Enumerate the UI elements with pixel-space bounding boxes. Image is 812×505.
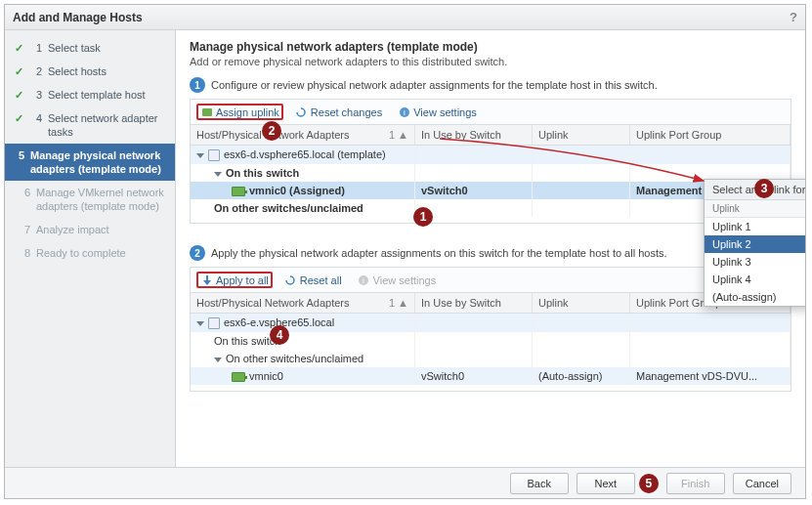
dialog-window: Add and Manage Hosts ? ✓ 1 Select task ✓… <box>4 4 806 499</box>
step-label: Manage physical network adapters (templa… <box>30 148 167 176</box>
step-label: Select task <box>48 41 101 55</box>
apply-to-all-button[interactable]: Apply to all <box>196 272 273 288</box>
uplink-cell: (Auto-assign) <box>533 367 630 385</box>
apply-to-all-label: Apply to all <box>216 274 269 286</box>
view-settings-label: View settings <box>373 274 437 286</box>
info-icon: i <box>358 274 370 286</box>
dialog-footer: Back Next 5 Finish Cancel <box>5 467 805 498</box>
step-num: 2 <box>30 64 42 78</box>
reset-changes-label: Reset changes <box>311 106 382 118</box>
step-num: 6 <box>19 186 30 199</box>
view-settings-button[interactable]: i View settings <box>394 104 481 120</box>
finish-button: Finish <box>666 473 725 494</box>
view-settings-button-2: i View settings <box>354 272 441 288</box>
vmnic-label: vmnic0 <box>249 370 283 382</box>
section-number-icon: 1 <box>190 77 205 93</box>
step-label: Select template host <box>48 88 146 102</box>
reset-changes-button[interactable]: Reset changes <box>291 104 386 120</box>
popup-col-uplink: Uplink <box>705 200 805 217</box>
annotation-4: 4 <box>270 325 289 345</box>
vmnic-row[interactable]: vmnic0 vSwitch0 (Auto-assign) Management… <box>191 367 791 385</box>
col-adapters[interactable]: Host/Physical Network Adapters 1 ▲ <box>191 125 415 145</box>
col-inuse[interactable]: In Use by Switch <box>415 125 533 145</box>
wizard-step-5[interactable]: 5 Manage physical network adapters (temp… <box>5 144 175 181</box>
reset-icon <box>284 274 297 286</box>
vmnic-label: vmnic0 (Assigned) <box>249 185 345 196</box>
cancel-button[interactable]: Cancel <box>733 473 791 494</box>
group-label: On other switches/unclaimed <box>214 202 363 214</box>
col-uplink[interactable]: Uplink <box>533 125 630 145</box>
svg-rect-0 <box>202 108 212 116</box>
host-label: esx6-d.vsphere65.local (template) <box>224 148 386 160</box>
col-inuse[interactable]: In Use by Switch <box>415 293 533 313</box>
step-label: Analyze impact <box>36 223 109 236</box>
vmnic-row[interactable]: vmnic0 (Assigned) vSwitch0 Management vD… <box>191 182 791 199</box>
assign-uplink-button[interactable]: Assign uplink <box>196 104 283 120</box>
step-label: Manage VMkernel network adapters (templa… <box>36 186 167 213</box>
section-1-line: 1 Configure or review physical network a… <box>190 77 791 93</box>
toolbar-1: Assign uplink Reset changes i View setti… <box>190 99 791 124</box>
reset-all-button[interactable]: Reset all <box>280 272 346 288</box>
section-2-line: 2 Apply the physical network adapter ass… <box>190 245 791 261</box>
nic-icon <box>232 372 245 382</box>
other-switches-row[interactable]: On other switches/unclaimed <box>191 199 791 217</box>
wizard-step-6[interactable]: 6 Manage VMkernel network adapters (temp… <box>5 181 175 218</box>
check-icon: ✓ <box>13 111 24 125</box>
apply-icon <box>200 274 213 286</box>
popup-row-uplink3[interactable]: Uplink 3-- <box>705 253 805 271</box>
back-button[interactable]: Back <box>510 473 569 494</box>
host-icon <box>208 317 220 329</box>
wizard-step-2[interactable]: ✓ 2 Select hosts <box>5 60 175 83</box>
svg-text:i: i <box>363 276 364 285</box>
next-button[interactable]: Next <box>577 473 635 494</box>
annotation-3: 3 <box>754 179 774 198</box>
assign-uplink-label: Assign uplink <box>216 106 279 118</box>
reset-icon <box>295 105 308 118</box>
wizard-step-7[interactable]: 7 Analyze impact <box>5 218 175 241</box>
col-uplink[interactable]: Uplink <box>533 293 630 313</box>
page-heading: Manage physical network adapters (templa… <box>190 40 791 54</box>
host-icon <box>208 149 220 161</box>
wizard-step-1[interactable]: ✓ 1 Select task <box>5 36 175 60</box>
info-icon: i <box>398 105 410 118</box>
step-num: 1 <box>30 41 42 55</box>
step-num: 4 <box>30 111 42 125</box>
expand-icon[interactable] <box>214 358 222 362</box>
dialog-title: Add and Manage Hosts <box>13 11 143 24</box>
grid-1-body: esx6-d.vsphere65.local (template) On thi… <box>190 146 791 224</box>
step-label: Select hosts <box>48 64 107 78</box>
popup-row-uplink2[interactable]: Uplink 2-- <box>705 235 805 253</box>
nic-icon <box>232 187 245 196</box>
popup-row-uplink1[interactable]: Uplink 1vmnic0 <box>705 218 805 235</box>
other-switches-row[interactable]: On other switches/unclaimed <box>191 350 791 367</box>
popup-row-autoassign[interactable]: (Auto-assign) <box>705 288 805 306</box>
on-this-switch-row[interactable]: On this switch <box>191 164 791 182</box>
expand-icon[interactable] <box>214 172 222 177</box>
step-num: 8 <box>19 246 30 260</box>
col-portgroup[interactable]: Uplink Port Group <box>630 125 791 145</box>
expand-icon[interactable] <box>196 321 204 326</box>
toolbar-2: Apply to all Reset all i View settings <box>190 267 791 292</box>
wizard-sidebar: ✓ 1 Select task ✓ 2 Select hosts ✓ 3 Sel… <box>5 30 176 467</box>
view-settings-label: View settings <box>413 106 477 118</box>
step-label: Ready to complete <box>36 246 126 260</box>
page-subtitle: Add or remove physical network adapters … <box>190 56 791 67</box>
wizard-step-3[interactable]: ✓ 3 Select template host <box>5 83 175 106</box>
titlebar: Add and Manage Hosts ? <box>5 5 805 30</box>
section-2-text: Apply the physical network adapter assig… <box>211 247 667 259</box>
check-icon: ✓ <box>13 88 24 102</box>
wizard-step-8[interactable]: 8 Ready to complete <box>5 241 175 265</box>
section-number-icon: 2 <box>190 245 205 261</box>
help-icon[interactable]: ? <box>790 10 797 24</box>
popup-row-uplink4[interactable]: Uplink 4-- <box>705 271 805 288</box>
vswitch-cell: vSwitch0 <box>415 182 533 199</box>
group-label: On this switch <box>226 167 299 179</box>
col-adapters[interactable]: Host/Physical Network Adapters 1 ▲ <box>191 293 415 313</box>
expand-icon[interactable] <box>196 153 204 158</box>
uplink-cell <box>533 182 630 199</box>
annotation-2: 2 <box>262 121 281 141</box>
annotation-5: 5 <box>639 474 659 493</box>
wizard-step-4[interactable]: ✓ 4 Select network adapter tasks <box>5 106 175 144</box>
host-row[interactable]: esx6-d.vsphere65.local (template) <box>191 146 791 164</box>
annotation-1: 1 <box>413 207 433 227</box>
